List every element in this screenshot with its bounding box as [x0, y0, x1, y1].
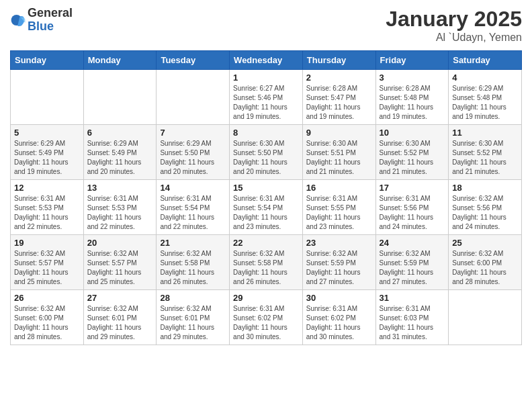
calendar-cell: [449, 290, 522, 345]
day-number: 30: [306, 293, 372, 303]
day-number: 16: [306, 183, 372, 193]
header: General Blue January 2025 Al `Udayn, Yem…: [10, 7, 522, 44]
day-number: 24: [380, 238, 445, 248]
header-row: SundayMondayTuesdayWednesdayThursdayFrid…: [11, 51, 522, 70]
calendar-week-row: 1Sunrise: 6:27 AM Sunset: 5:46 PM Daylig…: [11, 70, 522, 125]
day-info: Sunrise: 6:32 AM Sunset: 6:00 PM Dayligh…: [452, 249, 518, 287]
calendar-cell: [11, 70, 84, 125]
day-number: 20: [87, 238, 153, 248]
calendar-cell: 6Sunrise: 6:29 AM Sunset: 5:49 PM Daylig…: [83, 125, 157, 180]
day-info: Sunrise: 6:31 AM Sunset: 5:55 PM Dayligh…: [306, 194, 372, 232]
day-info: Sunrise: 6:32 AM Sunset: 5:57 PM Dayligh…: [14, 249, 80, 287]
day-number: 7: [160, 128, 226, 138]
day-info: Sunrise: 6:29 AM Sunset: 5:49 PM Dayligh…: [14, 139, 80, 177]
day-info: Sunrise: 6:31 AM Sunset: 5:53 PM Dayligh…: [87, 194, 153, 232]
day-info: Sunrise: 6:30 AM Sunset: 5:51 PM Dayligh…: [306, 139, 372, 177]
day-info: Sunrise: 6:29 AM Sunset: 5:50 PM Dayligh…: [160, 139, 226, 177]
calendar-cell: 30Sunrise: 6:31 AM Sunset: 6:02 PM Dayli…: [302, 290, 375, 345]
calendar-cell: 24Sunrise: 6:32 AM Sunset: 5:59 PM Dayli…: [375, 235, 449, 290]
day-number: 25: [452, 238, 518, 248]
day-number: 26: [14, 293, 80, 303]
day-number: 18: [452, 183, 518, 193]
calendar-cell: 16Sunrise: 6:31 AM Sunset: 5:55 PM Dayli…: [302, 180, 375, 235]
calendar-cell: 28Sunrise: 6:32 AM Sunset: 6:01 PM Dayli…: [157, 290, 230, 345]
day-info: Sunrise: 6:32 AM Sunset: 5:59 PM Dayligh…: [380, 249, 445, 287]
calendar-cell: 13Sunrise: 6:31 AM Sunset: 5:53 PM Dayli…: [83, 180, 157, 235]
day-info: Sunrise: 6:31 AM Sunset: 5:53 PM Dayligh…: [14, 194, 80, 232]
calendar-cell: 11Sunrise: 6:30 AM Sunset: 5:52 PM Dayli…: [449, 125, 522, 180]
day-number: 28: [160, 293, 226, 303]
calendar-container: General Blue January 2025 Al `Udayn, Yem…: [0, 0, 532, 352]
calendar-cell: 10Sunrise: 6:30 AM Sunset: 5:52 PM Dayli…: [375, 125, 449, 180]
calendar-title: January 2025: [386, 7, 522, 32]
day-number: 19: [14, 238, 80, 248]
day-info: Sunrise: 6:31 AM Sunset: 6:02 PM Dayligh…: [233, 304, 299, 342]
calendar-cell: 14Sunrise: 6:31 AM Sunset: 5:54 PM Dayli…: [157, 180, 230, 235]
day-info: Sunrise: 6:30 AM Sunset: 5:52 PM Dayligh…: [452, 139, 518, 177]
calendar-cell: 19Sunrise: 6:32 AM Sunset: 5:57 PM Dayli…: [11, 235, 84, 290]
logo-general: General: [28, 7, 73, 20]
day-info: Sunrise: 6:30 AM Sunset: 5:52 PM Dayligh…: [380, 139, 445, 177]
weekday-header: Tuesday: [157, 51, 230, 70]
calendar-cell: 7Sunrise: 6:29 AM Sunset: 5:50 PM Daylig…: [157, 125, 230, 180]
day-info: Sunrise: 6:32 AM Sunset: 5:59 PM Dayligh…: [306, 249, 372, 287]
logo-icon: [10, 12, 26, 28]
day-info: Sunrise: 6:29 AM Sunset: 5:48 PM Dayligh…: [452, 84, 518, 122]
day-number: 4: [452, 73, 518, 83]
day-info: Sunrise: 6:31 AM Sunset: 5:54 PM Dayligh…: [160, 194, 226, 232]
calendar-cell: [83, 70, 157, 125]
day-info: Sunrise: 6:32 AM Sunset: 5:57 PM Dayligh…: [87, 249, 153, 287]
day-info: Sunrise: 6:31 AM Sunset: 5:56 PM Dayligh…: [380, 194, 445, 232]
day-number: 17: [380, 183, 445, 193]
weekday-header: Thursday: [302, 51, 375, 70]
weekday-header: Wednesday: [230, 51, 303, 70]
calendar-cell: 20Sunrise: 6:32 AM Sunset: 5:57 PM Dayli…: [83, 235, 157, 290]
calendar-cell: 1Sunrise: 6:27 AM Sunset: 5:46 PM Daylig…: [230, 70, 303, 125]
day-info: Sunrise: 6:31 AM Sunset: 5:54 PM Dayligh…: [233, 194, 299, 232]
day-number: 1: [233, 73, 299, 83]
day-info: Sunrise: 6:31 AM Sunset: 6:02 PM Dayligh…: [306, 304, 372, 342]
calendar-cell: 27Sunrise: 6:32 AM Sunset: 6:01 PM Dayli…: [83, 290, 157, 345]
calendar-subtitle: Al `Udayn, Yemen: [386, 32, 522, 44]
day-number: 14: [160, 183, 226, 193]
calendar-week-row: 26Sunrise: 6:32 AM Sunset: 6:00 PM Dayli…: [11, 290, 522, 345]
day-number: 23: [306, 238, 372, 248]
calendar-cell: 17Sunrise: 6:31 AM Sunset: 5:56 PM Dayli…: [375, 180, 449, 235]
calendar-week-row: 12Sunrise: 6:31 AM Sunset: 5:53 PM Dayli…: [11, 180, 522, 235]
day-number: 8: [233, 128, 299, 138]
calendar-cell: 12Sunrise: 6:31 AM Sunset: 5:53 PM Dayli…: [11, 180, 84, 235]
calendar-cell: 23Sunrise: 6:32 AM Sunset: 5:59 PM Dayli…: [302, 235, 375, 290]
calendar-week-row: 19Sunrise: 6:32 AM Sunset: 5:57 PM Dayli…: [11, 235, 522, 290]
day-number: 31: [380, 293, 445, 303]
title-section: January 2025 Al `Udayn, Yemen: [386, 7, 522, 44]
calendar-cell: [157, 70, 230, 125]
day-number: 2: [306, 73, 372, 83]
weekday-header: Saturday: [449, 51, 522, 70]
calendar-cell: 15Sunrise: 6:31 AM Sunset: 5:54 PM Dayli…: [230, 180, 303, 235]
calendar-cell: 29Sunrise: 6:31 AM Sunset: 6:02 PM Dayli…: [230, 290, 303, 345]
day-number: 9: [306, 128, 372, 138]
day-number: 27: [87, 293, 153, 303]
day-info: Sunrise: 6:32 AM Sunset: 6:01 PM Dayligh…: [160, 304, 226, 342]
calendar-cell: 18Sunrise: 6:32 AM Sunset: 5:56 PM Dayli…: [449, 180, 522, 235]
calendar-cell: 8Sunrise: 6:30 AM Sunset: 5:50 PM Daylig…: [230, 125, 303, 180]
day-info: Sunrise: 6:31 AM Sunset: 6:03 PM Dayligh…: [380, 304, 445, 342]
day-number: 10: [380, 128, 445, 138]
calendar-cell: 22Sunrise: 6:32 AM Sunset: 5:58 PM Dayli…: [230, 235, 303, 290]
calendar-cell: 5Sunrise: 6:29 AM Sunset: 5:49 PM Daylig…: [11, 125, 84, 180]
day-number: 22: [233, 238, 299, 248]
day-info: Sunrise: 6:29 AM Sunset: 5:49 PM Dayligh…: [87, 139, 153, 177]
day-info: Sunrise: 6:30 AM Sunset: 5:50 PM Dayligh…: [233, 139, 299, 177]
calendar-table: SundayMondayTuesdayWednesdayThursdayFrid…: [10, 50, 522, 345]
day-info: Sunrise: 6:32 AM Sunset: 5:56 PM Dayligh…: [452, 194, 518, 232]
day-number: 11: [452, 128, 518, 138]
calendar-cell: 3Sunrise: 6:28 AM Sunset: 5:48 PM Daylig…: [375, 70, 449, 125]
day-number: 12: [14, 183, 80, 193]
calendar-week-row: 5Sunrise: 6:29 AM Sunset: 5:49 PM Daylig…: [11, 125, 522, 180]
weekday-header: Sunday: [11, 51, 84, 70]
day-number: 29: [233, 293, 299, 303]
calendar-cell: 21Sunrise: 6:32 AM Sunset: 5:58 PM Dayli…: [157, 235, 230, 290]
day-info: Sunrise: 6:32 AM Sunset: 5:58 PM Dayligh…: [160, 249, 226, 287]
day-number: 15: [233, 183, 299, 193]
calendar-cell: 2Sunrise: 6:28 AM Sunset: 5:47 PM Daylig…: [302, 70, 375, 125]
